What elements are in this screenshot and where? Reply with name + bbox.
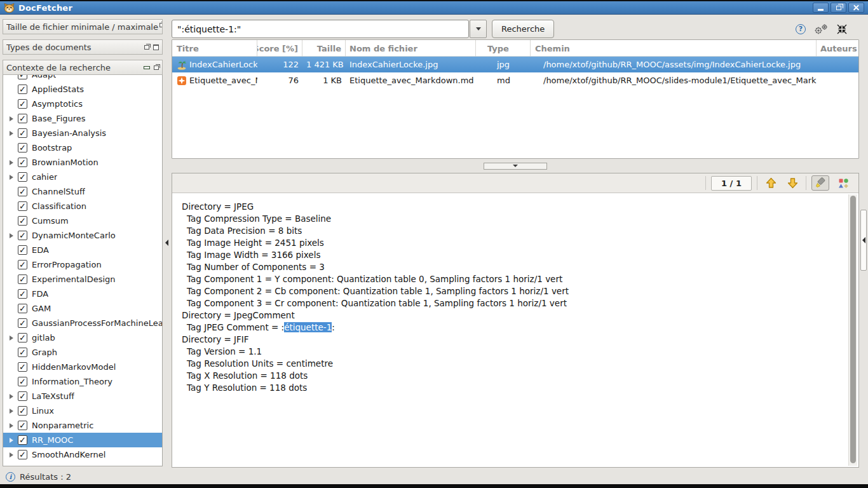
tree-item[interactable]: ✓Bootstrap — [3, 140, 162, 155]
titlebar[interactable]: DocFetcher — [0, 1, 868, 15]
checkbox[interactable]: ✓ — [18, 143, 27, 152]
checkbox[interactable]: ✓ — [18, 201, 27, 211]
result-row[interactable]: IndexCahierLocke1221 421 KBIndexCahierLo… — [172, 57, 858, 72]
minimize-button[interactable] — [813, 3, 829, 13]
checkbox[interactable]: ✓ — [18, 289, 27, 299]
checkbox[interactable]: ✓ — [18, 99, 27, 109]
expand-arrow-icon[interactable] — [7, 423, 16, 428]
checkbox[interactable]: ✓ — [18, 128, 27, 138]
checkbox[interactable]: ✓ — [18, 421, 27, 430]
tree-item[interactable]: ✓GAM — [3, 301, 162, 316]
checkbox[interactable]: ✓ — [18, 216, 27, 226]
tree-item[interactable]: ✓DynamicMonteCarlo — [3, 228, 162, 243]
close-button[interactable] — [848, 3, 864, 13]
column-header[interactable]: Type — [476, 40, 531, 57]
tree-item[interactable]: ✓Information_Theory — [3, 374, 162, 389]
preferences-gears-icon[interactable] — [813, 24, 829, 35]
restore-panel-icon[interactable] — [154, 65, 159, 70]
tree-item[interactable]: ✓Linux — [3, 403, 162, 418]
checkbox[interactable]: ✓ — [18, 245, 27, 255]
checkbox[interactable]: ✓ — [18, 377, 27, 386]
tree-item[interactable]: ✓HiddenMarkovModel — [3, 360, 162, 374]
highlight-toggle-button[interactable] — [811, 175, 829, 191]
tree-item[interactable]: ✓Bayesian-Analysis — [3, 126, 162, 140]
column-header[interactable]: Nom de fichier — [346, 40, 476, 57]
checkbox[interactable]: ✓ — [18, 85, 27, 94]
tree-item[interactable]: ✓EDA — [3, 243, 162, 257]
checkbox[interactable]: ✓ — [18, 187, 27, 196]
expand-arrow-icon[interactable] — [7, 452, 16, 458]
column-header[interactable]: Taille — [302, 40, 346, 57]
collapse-left-icon[interactable] — [165, 240, 168, 246]
tree-item[interactable]: ✓AppliedStats — [3, 82, 162, 97]
search-input[interactable] — [172, 20, 469, 38]
checkbox[interactable]: ✓ — [18, 333, 27, 342]
search-history-dropdown[interactable] — [470, 20, 487, 38]
preview-scrollbar[interactable] — [848, 194, 857, 466]
panel-header-doctypes[interactable]: Types de documents — [3, 39, 163, 55]
tree-item[interactable]: ✓GaussianProcessForMachineLea — [3, 316, 162, 330]
checkbox[interactable]: ✓ — [18, 158, 27, 167]
expand-arrow-icon[interactable] — [7, 438, 16, 443]
tree-item[interactable]: ✓Asymptotics — [3, 97, 162, 111]
checkbox[interactable]: ✓ — [18, 406, 27, 416]
preview-sash[interactable] — [172, 159, 859, 173]
next-match-button[interactable] — [784, 175, 801, 191]
checkbox[interactable]: ✓ — [18, 274, 27, 284]
tree-item[interactable]: ✓SmoothAndKernel — [3, 447, 162, 462]
checkbox[interactable]: ✓ — [18, 114, 27, 123]
collapse-down-button[interactable] — [484, 163, 547, 170]
expand-arrow-icon[interactable] — [7, 394, 16, 399]
scrollbar-thumb[interactable] — [850, 196, 856, 463]
expand-arrow-icon[interactable] — [7, 131, 16, 136]
collapse-right-handle[interactable] — [860, 210, 867, 271]
tree-item[interactable]: ✓BrownianMotion — [3, 155, 162, 170]
panel-header-filesize[interactable]: Taille de fichier minimale / maximale — [3, 19, 163, 34]
checkbox[interactable]: ✓ — [18, 391, 27, 401]
tree-item[interactable]: ✓FDA — [3, 287, 162, 301]
tree-item[interactable]: ✓Classification — [3, 199, 162, 214]
checkbox[interactable]: ✓ — [18, 435, 27, 445]
tree-item[interactable]: ✓gitlab — [3, 330, 162, 345]
tree-item[interactable]: ✓cahier — [3, 170, 162, 184]
minimize-to-tray-icon[interactable] — [836, 24, 848, 35]
tree-item[interactable]: ✓Base_Figures — [3, 111, 162, 126]
result-row[interactable]: Etiquette_avec_Markdown761 KBEtiquette_a… — [172, 72, 858, 88]
column-header[interactable]: Titre — [172, 40, 257, 57]
tree-item[interactable]: ✓Graph — [3, 345, 162, 360]
search-button[interactable]: Recherche — [492, 20, 554, 38]
checkbox[interactable]: ✓ — [18, 318, 27, 328]
expand-arrow-icon[interactable] — [7, 175, 16, 180]
checkbox[interactable]: ✓ — [18, 450, 27, 459]
tree-item[interactable]: ✓ExperimentalDesign — [3, 272, 162, 287]
checkbox[interactable]: ✓ — [18, 304, 27, 313]
tree-item[interactable]: ✓ErrorPropagation — [3, 257, 162, 272]
metadata-toggle-button[interactable] — [834, 175, 852, 191]
checkbox[interactable]: ✓ — [18, 231, 27, 240]
column-header[interactable]: Chemin — [531, 40, 817, 57]
expand-arrow-icon[interactable] — [7, 116, 16, 121]
restore-button[interactable] — [831, 3, 846, 13]
expand-arrow-icon[interactable] — [7, 233, 16, 238]
tree-item[interactable]: ✓RR_MOOC — [3, 433, 162, 447]
checkbox[interactable]: ✓ — [18, 362, 27, 372]
tree-item[interactable]: ✓Nonparametric — [3, 418, 162, 433]
checkbox[interactable]: ✓ — [18, 260, 27, 269]
tree-item[interactable]: ✓LaTeXstuff — [3, 389, 162, 403]
help-icon[interactable]: ? — [796, 24, 806, 34]
maximize-panel-icon[interactable] — [153, 44, 159, 50]
checkbox[interactable]: ✓ — [18, 348, 27, 357]
expand-arrow-icon[interactable] — [7, 409, 16, 414]
column-header[interactable]: Auteurs — [817, 40, 858, 57]
panel-header-scope[interactable]: Contexte de la recherche — [3, 60, 163, 75]
previous-match-button[interactable] — [763, 175, 779, 191]
restore-panel-icon[interactable] — [144, 45, 149, 50]
expand-arrow-icon[interactable] — [7, 336, 16, 341]
checkbox[interactable]: ✓ — [18, 172, 27, 182]
tree-item[interactable]: ✓Cumsum — [3, 214, 162, 228]
sidebar-sash[interactable] — [163, 17, 172, 469]
expand-arrow-icon[interactable] — [7, 160, 16, 165]
tree-item[interactable]: ✓ChannelStuff — [3, 184, 162, 199]
minimize-panel-icon[interactable] — [144, 66, 150, 69]
column-header[interactable]: Score [%] — [257, 40, 302, 57]
